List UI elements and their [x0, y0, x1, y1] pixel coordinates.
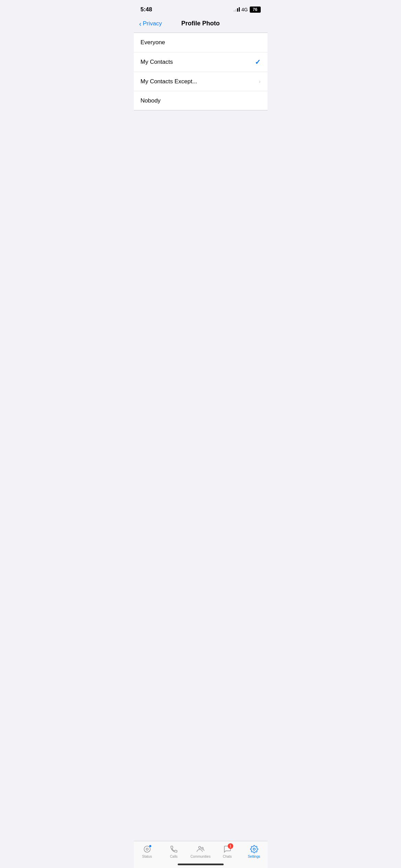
- chevron-right-icon: ›: [259, 79, 260, 85]
- option-my-contacts-except[interactable]: My Contacts Except... ›: [134, 72, 268, 91]
- checkmark-icon: ✓: [255, 58, 261, 66]
- page-title: Profile Photo: [181, 20, 220, 27]
- option-everyone[interactable]: Everyone: [134, 33, 268, 52]
- network-label: 4G: [241, 7, 248, 12]
- status-icons: 4G 76: [234, 7, 261, 13]
- option-my-contacts-except-label: My Contacts Except...: [141, 78, 197, 85]
- status-time: 5:48: [141, 6, 152, 13]
- option-everyone-label: Everyone: [141, 39, 165, 46]
- option-nobody-label: Nobody: [141, 97, 161, 104]
- option-my-contacts[interactable]: My Contacts ✓: [134, 52, 268, 72]
- back-label: Privacy: [143, 20, 162, 27]
- status-bar: 5:48 4G 76: [134, 0, 268, 17]
- signal-icon: [234, 8, 240, 12]
- nav-header: ‹ Privacy Profile Photo: [134, 17, 268, 33]
- empty-area: [134, 110, 268, 248]
- battery-indicator: 76: [250, 7, 261, 13]
- options-list: Everyone My Contacts ✓ My Contacts Excep…: [134, 33, 268, 110]
- option-nobody[interactable]: Nobody: [134, 91, 268, 110]
- back-chevron-icon: ‹: [139, 20, 142, 27]
- option-my-contacts-label: My Contacts: [141, 59, 173, 65]
- back-button[interactable]: ‹ Privacy: [139, 20, 162, 27]
